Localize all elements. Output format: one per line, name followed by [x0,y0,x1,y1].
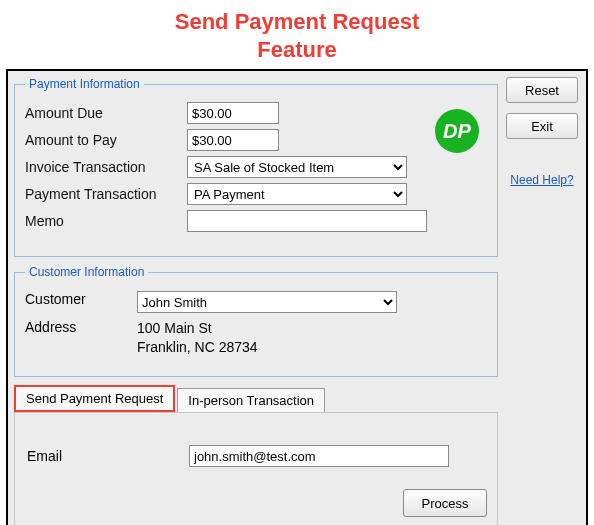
invoice-transaction-select[interactable]: SA Sale of Stocked Item [187,156,407,178]
app-window: Payment Information DP Amount Due Amount… [6,69,588,525]
title-line-2: Feature [257,37,336,62]
side-column: Reset Exit Need Help? [504,77,580,187]
payment-legend: Payment Information [25,77,144,91]
tab-in-person-transaction[interactable]: In-person Transaction [177,388,325,412]
payment-transaction-label: Payment Transaction [25,186,187,202]
customer-select[interactable]: John Smith [137,291,397,313]
email-label: Email [27,448,189,464]
exit-button[interactable]: Exit [506,113,578,139]
address-label: Address [25,319,137,335]
invoice-transaction-label: Invoice Transaction [25,159,187,175]
amount-due-label: Amount Due [25,105,187,121]
customer-information-group: Customer Information Customer John Smith… [14,265,498,377]
email-input[interactable] [189,445,449,467]
page-title: Send Payment Request Feature [0,0,594,69]
amount-to-pay-input[interactable] [187,129,279,151]
customer-label: Customer [25,291,137,307]
amount-to-pay-label: Amount to Pay [25,132,187,148]
payment-transaction-select[interactable]: PA Payment [187,183,407,205]
need-help-link[interactable]: Need Help? [510,173,573,187]
payment-information-group: Payment Information DP Amount Due Amount… [14,77,498,257]
tab-area: Send Payment Request In-person Transacti… [14,385,498,525]
amount-due-input[interactable] [187,102,279,124]
reset-button[interactable]: Reset [506,77,578,103]
memo-input[interactable] [187,210,427,232]
memo-label: Memo [25,213,187,229]
dp-logo-icon: DP [435,109,479,153]
tab-body: Email Process [14,412,498,525]
main-column: Payment Information DP Amount Due Amount… [14,77,498,525]
address-value: 100 Main St Franklin, NC 28734 [137,319,258,357]
title-line-1: Send Payment Request [175,9,420,34]
tab-strip: Send Payment Request In-person Transacti… [14,385,498,412]
customer-legend: Customer Information [25,265,148,279]
tab-send-payment-request[interactable]: Send Payment Request [14,385,175,412]
process-button[interactable]: Process [403,489,487,517]
